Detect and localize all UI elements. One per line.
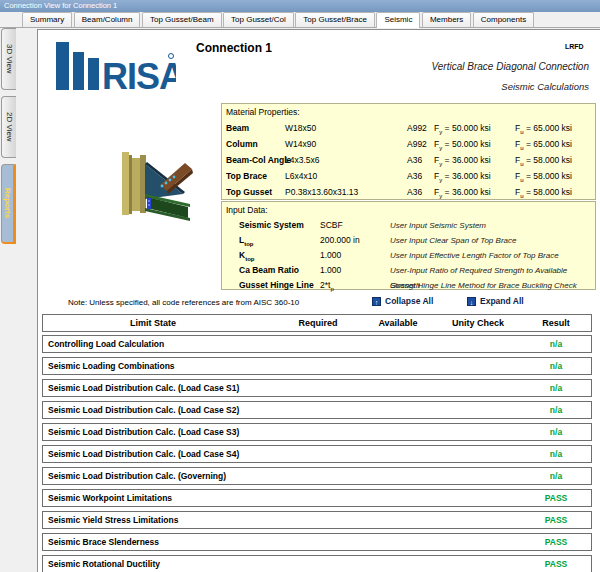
limit-state-row[interactable]: Seismic Yield Stress Limitations PASS bbox=[42, 511, 592, 529]
expand-all-icon: ↓ bbox=[467, 297, 476, 306]
top-tab-label: Top Gusset/Beam bbox=[150, 15, 214, 24]
limit-state-label: Seismic Brace Slenderness bbox=[48, 534, 159, 551]
limit-state-label: Seismic Load Distribution Calc. (Load Ca… bbox=[48, 380, 239, 397]
side-tabstrip: 3D View 2D View Reports bbox=[1, 28, 17, 250]
header-limit-state: Limit State bbox=[43, 315, 263, 332]
material-row: Top Brace L6x4x10 A36 Fy = 36.000 ksi Fu… bbox=[222, 168, 595, 184]
limit-state-row[interactable]: Controlling Load Calculation n/a bbox=[42, 335, 592, 353]
connection-3d-model bbox=[104, 148, 199, 233]
top-tab-label: Beam/Column bbox=[82, 15, 133, 24]
limit-state-label: Seismic Workpoint Limitations bbox=[48, 490, 172, 507]
limit-state-result: n/a bbox=[516, 380, 596, 397]
limit-state-row[interactable]: Seismic Brace Slenderness PASS bbox=[42, 533, 592, 551]
limit-state-label: Seismic Load Distribution Calc. (Load Ca… bbox=[48, 424, 239, 441]
side-tab[interactable]: 2D View bbox=[1, 96, 16, 158]
top-tab[interactable]: Members bbox=[422, 12, 471, 27]
top-tab-label: Top Gusset/Brace bbox=[303, 15, 367, 24]
top-tab-label: Top Gusset/Col bbox=[231, 15, 286, 24]
material-shape: W14x90 bbox=[285, 136, 316, 152]
limit-state-result: PASS bbox=[516, 490, 596, 507]
material-name: Beam-Col Angle bbox=[226, 152, 291, 168]
limit-state-row[interactable]: Seismic Load Distribution Calc. (Load Ca… bbox=[42, 445, 592, 463]
limit-state-label: Seismic Loading Combinations bbox=[48, 358, 175, 375]
collapse-all-icon: ↑ bbox=[372, 297, 381, 306]
note-row: Note: Unless specified, all code referen… bbox=[38, 296, 598, 310]
header-required: Required bbox=[273, 315, 363, 332]
limit-state-result: n/a bbox=[516, 358, 596, 375]
side-tab[interactable]: Reports bbox=[1, 164, 16, 244]
header-unity-check: Unity Check bbox=[433, 315, 523, 332]
top-tab[interactable]: Summary bbox=[22, 12, 72, 27]
material-row: Column W14x90 A992 Fy = 50.000 ksi Fu = … bbox=[222, 136, 595, 152]
limit-state-row[interactable]: Seismic Load Distribution Calc. (Load Ca… bbox=[42, 423, 592, 441]
input-row: Ca Beam Ratio 1.000 User-Input Ratio of … bbox=[222, 263, 595, 278]
input-data-heading: Input Data: bbox=[226, 205, 268, 215]
top-tab-label: Summary bbox=[30, 15, 64, 24]
results-table: Limit State Required Available Unity Che… bbox=[42, 314, 592, 572]
limit-state-result: n/a bbox=[516, 424, 596, 441]
material-grade: A36 bbox=[407, 168, 422, 184]
design-code-label: LRFD bbox=[565, 43, 584, 50]
limit-state-label: Seismic Rotational Ductility bbox=[48, 556, 160, 572]
collapse-all-button[interactable]: ↑Collapse All bbox=[372, 296, 433, 306]
material-shape: L6x4x10 bbox=[285, 168, 317, 184]
material-shape: P0.38x13.60x31.13 bbox=[285, 184, 358, 200]
input-value: 2*tp bbox=[320, 278, 334, 297]
top-tab[interactable]: Components bbox=[473, 12, 534, 27]
limit-state-row[interactable]: Seismic Load Distribution Calc. (Governi… bbox=[42, 467, 592, 485]
top-tab-label: Components bbox=[481, 15, 526, 24]
connection-type-subtitle: Vertical Brace Diagonal Connection bbox=[432, 61, 590, 72]
input-description: User Input Seismic System bbox=[390, 218, 486, 233]
limit-state-row[interactable]: Seismic Workpoint Limitations PASS bbox=[42, 489, 592, 507]
input-description: Gusset Hinge Line Method for Brace Buckl… bbox=[390, 278, 577, 293]
side-tab-label: Reports bbox=[3, 182, 12, 224]
input-description: User Input Clear Span of Top Brace bbox=[390, 233, 516, 248]
input-row: Gusset Hinge Line 2*tp Gusset Hinge Line… bbox=[222, 278, 595, 293]
code-reference-note: Note: Unless specified, all code referen… bbox=[68, 298, 299, 307]
top-tab[interactable]: Beam/Column bbox=[74, 12, 141, 27]
results-table-header: Limit State Required Available Unity Che… bbox=[42, 314, 592, 332]
header-result: Result bbox=[516, 315, 596, 332]
top-tab-label: Members bbox=[430, 15, 463, 24]
calculation-type-subtitle: Seismic Calculations bbox=[501, 81, 589, 92]
limit-state-result: PASS bbox=[516, 534, 596, 551]
side-tab-label: 3D View bbox=[5, 38, 14, 80]
limit-state-row[interactable]: Seismic Load Distribution Calc. (Load Ca… bbox=[42, 379, 592, 397]
input-row: Seismic System SCBF User Input Seismic S… bbox=[222, 218, 595, 233]
side-tab-label: 2D View bbox=[5, 106, 14, 148]
connection-title: Connection 1 bbox=[196, 41, 272, 55]
limit-state-result: n/a bbox=[516, 446, 596, 463]
material-row: Beam W18x50 A992 Fy = 50.000 ksi Fu = 65… bbox=[222, 120, 595, 136]
limit-state-label: Seismic Load Distribution Calc. (Governi… bbox=[48, 468, 226, 485]
top-tab[interactable]: Top Gusset/Brace bbox=[295, 12, 375, 27]
svg-text:RISA: RISA bbox=[102, 56, 176, 96]
top-tab[interactable]: Seismic bbox=[376, 12, 420, 28]
input-data-panel: Input Data: Seismic System SCBF User Inp… bbox=[221, 201, 596, 290]
expand-all-button[interactable]: ↓Expand All bbox=[467, 296, 524, 306]
limit-state-row[interactable]: Seismic Load Distribution Calc. (Load Ca… bbox=[42, 401, 592, 419]
material-shape: L4x3.5x6 bbox=[285, 152, 320, 168]
input-row: Ktop 1.000 User Input Effective Length F… bbox=[222, 248, 595, 263]
window-titlebar[interactable]: Connection View for Connection 1 bbox=[0, 0, 600, 12]
side-tab[interactable]: 3D View bbox=[1, 28, 16, 90]
material-grade: A36 bbox=[407, 152, 422, 168]
top-tab-label: Seismic bbox=[384, 15, 412, 24]
limit-state-row[interactable]: Seismic Rotational Ductility PASS bbox=[42, 555, 592, 572]
input-description: User Input Effective Length Factor of To… bbox=[390, 248, 559, 263]
material-grade: A992 bbox=[407, 136, 427, 152]
limit-state-row[interactable]: Seismic Loading Combinations n/a bbox=[42, 357, 592, 375]
limit-state-result: n/a bbox=[516, 468, 596, 485]
material-name: Column bbox=[226, 136, 258, 152]
top-tab[interactable]: Top Gusset/Beam bbox=[142, 12, 222, 27]
limit-state-label: Controlling Load Calculation bbox=[48, 336, 164, 353]
limit-state-result: PASS bbox=[516, 512, 596, 529]
material-properties-panel: Material Properties: Beam W18x50 A992 Fy… bbox=[221, 103, 596, 200]
material-row: Top Gusset P0.38x13.60x31.13 A36 Fy = 36… bbox=[222, 184, 595, 200]
limit-state-result: n/a bbox=[516, 336, 596, 353]
input-label: Gusset Hinge Line bbox=[239, 278, 314, 297]
top-tab[interactable]: Top Gusset/Col bbox=[223, 12, 294, 27]
limit-state-label: Seismic Load Distribution Calc. (Load Ca… bbox=[48, 402, 239, 419]
limit-state-label: Seismic Load Distribution Calc. (Load Ca… bbox=[48, 446, 239, 463]
input-row: Ltop 200.000 in User Input Clear Span of… bbox=[222, 233, 595, 248]
material-grade: A36 bbox=[407, 184, 422, 200]
